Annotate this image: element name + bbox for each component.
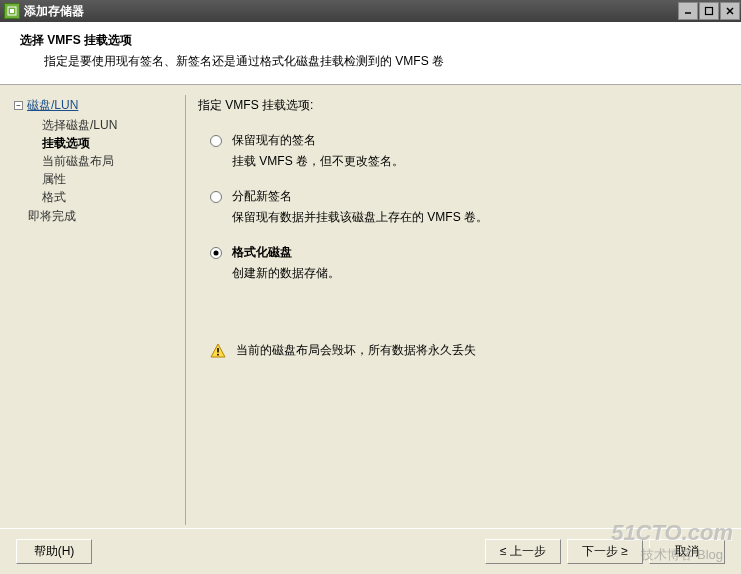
- next-button[interactable]: 下一步 ≥: [567, 539, 643, 564]
- warning-text: 当前的磁盘布局会毁坏，所有数据将永久丢失: [236, 342, 476, 359]
- option-label[interactable]: 保留现有的签名: [232, 132, 316, 149]
- nav-finish[interactable]: 即将完成: [28, 208, 177, 225]
- radio-0[interactable]: [210, 135, 222, 147]
- wizard-nav: − 磁盘/LUN 选择磁盘/LUN挂载选项当前磁盘布局属性格式 即将完成: [10, 95, 185, 533]
- page-subtitle: 指定是要使用现有签名、新签名还是通过格式化磁盘挂载检测到的 VMFS 卷: [44, 53, 721, 70]
- vertical-divider: [185, 95, 186, 525]
- warning-row: 当前的磁盘布局会毁坏，所有数据将永久丢失: [210, 342, 723, 359]
- wizard-footer: 帮助(H) ≤ 上一步 下一步 ≥ 取消: [0, 528, 741, 574]
- svg-rect-3: [706, 8, 713, 15]
- collapse-icon[interactable]: −: [14, 101, 23, 110]
- minimize-button[interactable]: [678, 2, 698, 20]
- option-label[interactable]: 分配新签名: [232, 188, 292, 205]
- cancel-button[interactable]: 取消: [649, 539, 725, 564]
- titlebar: 添加存储器: [0, 0, 741, 22]
- nav-item-0[interactable]: 选择磁盘/LUN: [42, 116, 177, 134]
- mount-option-2: 格式化磁盘创建新的数据存储。: [210, 244, 723, 282]
- svg-point-8: [217, 353, 219, 355]
- warning-icon: [210, 343, 226, 359]
- mount-option-0: 保留现有的签名挂载 VMFS 卷，但不更改签名。: [210, 132, 723, 170]
- nav-item-1[interactable]: 挂载选项: [42, 134, 177, 152]
- nav-item-4[interactable]: 格式: [42, 188, 177, 206]
- maximize-button[interactable]: [699, 2, 719, 20]
- option-desc: 挂载 VMFS 卷，但不更改签名。: [232, 153, 723, 170]
- content-heading: 指定 VMFS 挂载选项:: [198, 97, 723, 114]
- window-title: 添加存储器: [24, 3, 678, 20]
- wizard-body: − 磁盘/LUN 选择磁盘/LUN挂载选项当前磁盘布局属性格式 即将完成 指定 …: [0, 85, 741, 533]
- option-desc: 创建新的数据存储。: [232, 265, 723, 282]
- mount-option-1: 分配新签名保留现有数据并挂载该磁盘上存在的 VMFS 卷。: [210, 188, 723, 226]
- option-desc: 保留现有数据并挂载该磁盘上存在的 VMFS 卷。: [232, 209, 723, 226]
- nav-item-2[interactable]: 当前磁盘布局: [42, 152, 177, 170]
- wizard-content: 指定 VMFS 挂载选项: 保留现有的签名挂载 VMFS 卷，但不更改签名。分配…: [194, 95, 731, 533]
- back-button[interactable]: ≤ 上一步: [485, 539, 561, 564]
- window-controls: [678, 0, 741, 22]
- nav-root[interactable]: − 磁盘/LUN: [14, 97, 177, 114]
- svg-rect-1: [10, 9, 14, 13]
- radio-2[interactable]: [210, 247, 222, 259]
- radio-1[interactable]: [210, 191, 222, 203]
- nav-root-label[interactable]: 磁盘/LUN: [27, 97, 78, 114]
- nav-item-3[interactable]: 属性: [42, 170, 177, 188]
- help-button[interactable]: 帮助(H): [16, 539, 92, 564]
- close-button[interactable]: [720, 2, 740, 20]
- app-icon: [4, 3, 20, 19]
- page-title: 选择 VMFS 挂载选项: [20, 32, 721, 49]
- wizard-header: 选择 VMFS 挂载选项 指定是要使用现有签名、新签名还是通过格式化磁盘挂载检测…: [0, 22, 741, 85]
- option-label[interactable]: 格式化磁盘: [232, 244, 292, 261]
